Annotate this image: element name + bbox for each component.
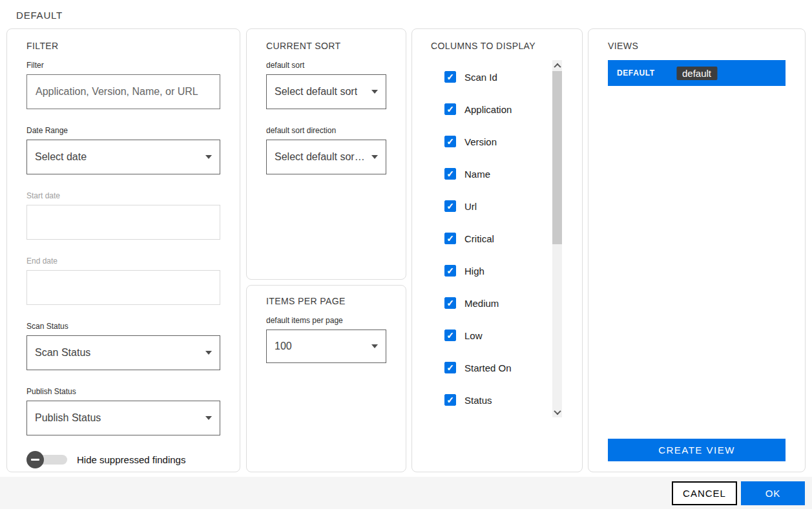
chevron-down-icon xyxy=(371,90,378,94)
sort-direction-select[interactable]: Select default sort direction xyxy=(266,140,386,174)
chevron-down-icon xyxy=(371,155,378,159)
toggle-knob xyxy=(26,451,44,468)
view-settings-screen: DEFAULT FILTER Filter Date Range Select … xyxy=(0,0,812,513)
default-sort-value: Select default sort xyxy=(275,86,357,98)
checkbox-icon[interactable]: ✓ xyxy=(444,297,456,309)
column-label: Version xyxy=(464,136,497,147)
start-date-label: Start date xyxy=(26,191,220,200)
column-label: Medium xyxy=(464,298,499,309)
items-per-page-panel-title: ITEMS PER PAGE xyxy=(266,296,386,306)
column-label: Application xyxy=(464,104,512,115)
column-label: Status xyxy=(464,395,492,406)
column-label: Url xyxy=(464,201,477,212)
columns-panel-title: COLUMNS TO DISPLAY xyxy=(431,41,582,51)
checkmark-icon: ✓ xyxy=(446,363,454,372)
chevron-up-icon xyxy=(554,63,561,70)
date-range-field: Date Range Select date xyxy=(26,126,220,174)
checkbox-icon[interactable]: ✓ xyxy=(444,103,456,115)
checkmark-icon: ✓ xyxy=(446,72,454,81)
default-sort-label: default sort xyxy=(266,61,386,70)
hide-suppressed-row: Hide suppressed findings xyxy=(26,451,220,468)
chevron-down-icon xyxy=(205,416,212,420)
end-date-input[interactable] xyxy=(26,270,220,305)
sort-direction-label: default sort direction xyxy=(266,126,386,135)
start-date-field: Start date xyxy=(26,191,220,240)
filter-label: Filter xyxy=(26,61,220,70)
checkbox-icon[interactable]: ✓ xyxy=(444,265,456,277)
filter-field: Filter xyxy=(26,61,220,109)
current-sort-panel-title: CURRENT SORT xyxy=(266,41,386,51)
column-label: Low xyxy=(464,330,483,341)
create-view-button[interactable]: CREATE VIEW xyxy=(608,439,786,461)
checkmark-icon: ✓ xyxy=(446,234,454,243)
items-per-page-select[interactable]: 100 xyxy=(266,330,386,363)
view-row[interactable]: DEFAULT default xyxy=(608,60,786,86)
publish-status-field: Publish Status Publish Status xyxy=(26,387,220,435)
ok-button[interactable]: OK xyxy=(741,481,805,505)
chevron-down-icon xyxy=(205,351,212,355)
scan-status-value: Scan Status xyxy=(35,347,90,359)
view-name: DEFAULT xyxy=(617,68,655,78)
checkmark-icon: ✓ xyxy=(446,105,454,114)
checkbox-icon[interactable]: ✓ xyxy=(444,200,456,212)
items-per-page-value: 100 xyxy=(275,340,292,352)
publish-status-value: Publish Status xyxy=(35,412,101,424)
current-sort-panel: CURRENT SORT default sort Select default… xyxy=(246,28,406,280)
footer-bar: CANCEL OK xyxy=(0,477,812,509)
date-range-value: Select date xyxy=(35,151,87,163)
columns-scrollbar[interactable] xyxy=(552,60,562,417)
checkmark-icon: ✓ xyxy=(446,137,454,146)
checkmark-icon: ✓ xyxy=(446,395,454,404)
chevron-down-icon xyxy=(554,407,561,414)
checkmark-icon: ✓ xyxy=(446,202,454,211)
scroll-up-button[interactable] xyxy=(552,60,562,71)
column-label: Scan Id xyxy=(464,72,497,83)
page-title: DEFAULT xyxy=(16,10,63,21)
views-panel: VIEWS DEFAULT default CREATE VIEW xyxy=(588,28,806,472)
views-list: DEFAULT default xyxy=(608,60,786,86)
columns-panel: COLUMNS TO DISPLAY ✓ Scan Id ✓ Applicati… xyxy=(411,28,583,472)
hide-suppressed-toggle[interactable] xyxy=(26,451,68,468)
default-sort-field: default sort Select default sort xyxy=(266,61,386,109)
checkbox-icon[interactable]: ✓ xyxy=(444,168,456,180)
cancel-button[interactable]: CANCEL xyxy=(672,481,737,505)
checkmark-icon: ✓ xyxy=(446,331,454,340)
default-sort-select[interactable]: Select default sort xyxy=(266,74,386,109)
items-per-page-panel: ITEMS PER PAGE default items per page 10… xyxy=(246,285,406,472)
end-date-field: End date xyxy=(26,256,220,305)
date-range-label: Date Range xyxy=(26,126,220,135)
checkbox-icon[interactable]: ✓ xyxy=(444,233,456,244)
scan-status-label: Scan Status xyxy=(26,322,220,331)
sort-direction-value: Select default sort direction xyxy=(275,151,366,163)
end-date-label: End date xyxy=(26,256,220,266)
chevron-down-icon xyxy=(205,155,212,159)
filter-input[interactable] xyxy=(26,74,220,109)
column-label: High xyxy=(464,266,484,277)
publish-status-label: Publish Status xyxy=(26,387,220,396)
checkbox-icon[interactable]: ✓ xyxy=(444,136,456,147)
views-panel-title: VIEWS xyxy=(608,41,786,51)
items-per-page-field: default items per page 100 xyxy=(266,316,386,363)
filter-panel: FILTER Filter Date Range Select date Sta… xyxy=(6,28,240,472)
checkmark-icon: ✓ xyxy=(446,266,454,275)
date-range-select[interactable]: Select date xyxy=(26,140,220,174)
chevron-down-icon xyxy=(371,344,378,348)
column-label: Name xyxy=(464,169,490,180)
checkbox-icon[interactable]: ✓ xyxy=(444,330,456,341)
checkmark-icon: ✓ xyxy=(446,169,454,178)
start-date-input[interactable] xyxy=(26,205,220,240)
scan-status-select[interactable]: Scan Status xyxy=(26,335,220,370)
scan-status-field: Scan Status Scan Status xyxy=(26,322,220,370)
checkbox-icon[interactable]: ✓ xyxy=(444,71,456,83)
scrollbar-thumb[interactable] xyxy=(552,71,562,244)
checkbox-icon[interactable]: ✓ xyxy=(444,394,456,406)
items-per-page-label: default items per page xyxy=(266,316,386,325)
checkbox-icon[interactable]: ✓ xyxy=(444,362,456,373)
column-label: Critical xyxy=(464,233,494,244)
sort-direction-field: default sort direction Select default so… xyxy=(266,126,386,174)
scroll-down-button[interactable] xyxy=(552,406,562,417)
column-label: Started On xyxy=(464,362,512,373)
checkmark-icon: ✓ xyxy=(446,298,454,308)
minus-icon xyxy=(31,459,39,461)
publish-status-select[interactable]: Publish Status xyxy=(26,401,220,435)
